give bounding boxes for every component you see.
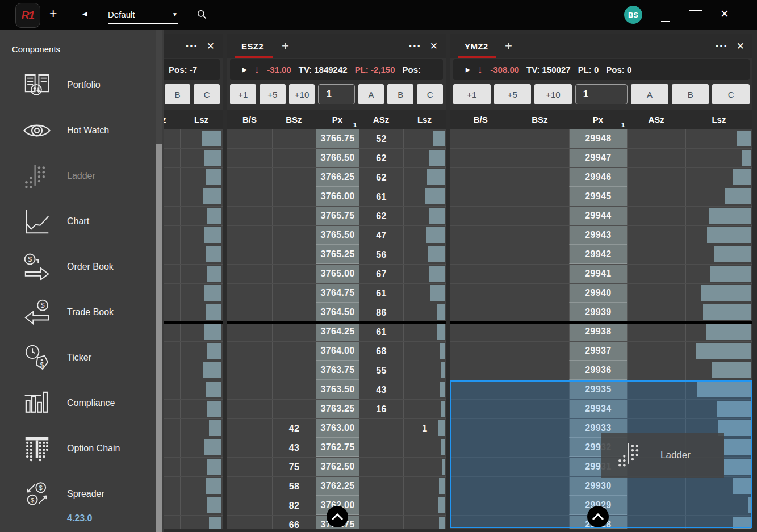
cell-px[interactable]: 29935 (569, 380, 628, 399)
cell-asz[interactable] (627, 187, 685, 206)
cell-lsz[interactable] (403, 265, 446, 283)
cell-px[interactable]: 3762.25 (316, 477, 359, 496)
cell-lsz[interactable] (180, 477, 223, 496)
cell-bs[interactable] (450, 438, 511, 457)
cell-bsz[interactable]: 42 (272, 419, 316, 438)
cell-bsz[interactable]: 58 (272, 477, 316, 496)
cell-lsz[interactable] (403, 380, 446, 399)
cell-asz[interactable]: 62 (359, 207, 403, 225)
panel-menu-icon[interactable]: ⋯ (185, 43, 198, 49)
cell-lsz[interactable] (685, 496, 752, 515)
cell-bsz[interactable] (272, 303, 316, 322)
cell-px[interactable]: 29937 (569, 342, 628, 361)
cell-asz[interactable] (627, 516, 685, 529)
cell-lsz[interactable] (180, 380, 223, 399)
cell-px[interactable]: 29930 (569, 477, 628, 496)
cell-bsz[interactable] (511, 129, 568, 148)
cell-bs[interactable] (450, 342, 511, 361)
cell-bsz[interactable] (511, 149, 568, 167)
cell-asz[interactable] (627, 361, 685, 380)
sidebar-scrollbar-thumb[interactable] (156, 144, 162, 532)
cell-bsz[interactable] (511, 496, 568, 515)
cell-px[interactable]: 3764.75 (316, 284, 359, 303)
cell-px[interactable]: 29940 (569, 284, 628, 303)
cell-lsz[interactable] (685, 187, 752, 206)
cell-asz[interactable] (359, 419, 403, 438)
cell-lsz[interactable] (180, 342, 223, 361)
cell-asz[interactable] (627, 226, 685, 245)
cell-lsz[interactable] (180, 245, 223, 264)
cell-lsz[interactable] (403, 187, 446, 206)
cell-lsz[interactable] (403, 361, 446, 380)
cell-px[interactable]: 29945 (569, 187, 628, 206)
cell-bs[interactable] (450, 129, 511, 148)
cell-px[interactable]: 29938 (569, 322, 628, 341)
cell-lsz[interactable] (180, 168, 223, 187)
cell-asz[interactable]: 68 (359, 342, 403, 361)
cell-lsz[interactable] (180, 516, 223, 529)
cell-bs[interactable] (450, 380, 511, 399)
cell-bsz[interactable] (511, 187, 568, 206)
cell-px[interactable]: 3764.50 (316, 303, 359, 322)
cell-lsz[interactable] (180, 129, 223, 148)
quantity-input[interactable]: 1 (575, 84, 628, 104)
account-button-b[interactable]: B (165, 84, 191, 104)
cell-bsz[interactable] (511, 400, 568, 418)
cell-bsz[interactable]: 82 (272, 496, 316, 515)
cell-asz[interactable] (627, 380, 685, 399)
cell-lsz[interactable] (403, 129, 446, 148)
cell-bs[interactable] (450, 265, 511, 283)
add-workspace-icon[interactable]: + (49, 6, 57, 22)
minimize-icon[interactable] (661, 21, 670, 22)
cell-lsz[interactable] (685, 226, 752, 245)
cell-lsz[interactable] (180, 207, 223, 225)
cell-lsz[interactable] (685, 400, 752, 418)
cell-lsz[interactable] (180, 303, 223, 322)
cell-bs[interactable] (227, 187, 272, 206)
cell-bsz[interactable] (272, 361, 316, 380)
cell-bs[interactable] (227, 477, 272, 496)
cell-bs[interactable] (227, 400, 272, 418)
account-button-b[interactable]: B (387, 84, 413, 104)
cell-bsz[interactable] (272, 149, 316, 167)
quantity-input[interactable]: 1 (318, 84, 354, 104)
cell-px[interactable]: 29941 (569, 265, 628, 283)
cell-bsz[interactable] (511, 284, 568, 303)
sidebar-item-order-book[interactable]: $Order Book (0, 244, 154, 290)
cell-lsz[interactable] (403, 149, 446, 167)
cell-px[interactable]: 3765.25 (316, 245, 359, 264)
cell-asz[interactable] (359, 458, 403, 476)
cell-lsz[interactable] (403, 458, 446, 476)
recenter-button[interactable] (327, 506, 348, 527)
cell-px[interactable]: 3762.50 (316, 458, 359, 476)
cell-asz[interactable]: 16 (359, 400, 403, 418)
cell-px[interactable]: 3763.75 (316, 361, 359, 380)
cell-px[interactable]: 3766.50 (316, 149, 359, 167)
cell-lsz[interactable] (403, 322, 446, 341)
cell-bs[interactable] (450, 207, 511, 225)
cell-asz[interactable] (627, 129, 685, 148)
cell-bsz[interactable] (511, 516, 568, 529)
cell-lsz[interactable] (403, 303, 446, 322)
cell-bs[interactable] (227, 438, 272, 457)
cell-px[interactable]: 29948 (569, 129, 628, 148)
cell-lsz[interactable] (403, 245, 446, 264)
cell-lsz[interactable] (180, 458, 223, 476)
cell-bs[interactable] (227, 226, 272, 245)
qty-increment-button-2[interactable]: +5 (494, 84, 532, 104)
cell-bs[interactable] (227, 265, 272, 283)
cell-lsz[interactable] (180, 438, 223, 457)
cell-asz[interactable]: 61 (359, 187, 403, 206)
search-icon[interactable] (196, 9, 207, 22)
cell-px[interactable]: 3763.50 (316, 380, 359, 399)
cell-lsz[interactable] (685, 361, 752, 380)
cell-bsz[interactable] (511, 380, 568, 399)
cell-bs[interactable] (227, 419, 272, 438)
cell-asz[interactable]: 55 (359, 361, 403, 380)
cell-bsz[interactable] (272, 400, 316, 418)
workspace-selector[interactable]: Default ▼ (108, 6, 178, 24)
cell-lsz[interactable] (685, 207, 752, 225)
qty-increment-button-3[interactable]: +10 (289, 84, 315, 104)
cell-asz[interactable] (627, 284, 685, 303)
cell-bs[interactable] (227, 458, 272, 476)
